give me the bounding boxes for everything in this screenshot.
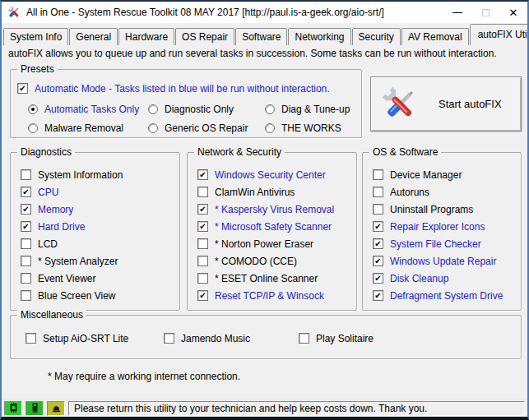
- radio-item-diag-tune-up[interactable]: Diag & Tune-up: [265, 100, 350, 118]
- checkbox[interactable]: ✔: [17, 83, 28, 94]
- checkbox-item-jamendo-music[interactable]: Jamendo Music: [164, 330, 299, 347]
- checkbox[interactable]: [21, 238, 31, 249]
- checkbox[interactable]: [21, 273, 31, 284]
- checkbox-label: Reset TCP/IP & Winsock: [215, 290, 324, 302]
- checkbox[interactable]: [21, 169, 31, 180]
- checkbox-item-system-analyzer[interactable]: * System Analyzer: [21, 252, 176, 270]
- checkbox-item-windows-update-repair[interactable]: ✔Windows Update Repair: [373, 252, 517, 270]
- checkbox-item-norton-power-eraser[interactable]: * Norton Power Eraser: [197, 235, 353, 252]
- checkbox[interactable]: ✔: [21, 221, 31, 232]
- checkbox-item-windows-security-center[interactable]: ✔Windows Security Center: [197, 166, 353, 183]
- checkbox-label: System Information: [38, 169, 123, 181]
- automatic-mode-checkbox-item[interactable]: ✔ Automatic Mode - Tasks listed in blue …: [17, 80, 330, 97]
- radio-item-diagnostic-only[interactable]: Diagnostic Only: [148, 100, 265, 118]
- checkbox[interactable]: [373, 187, 383, 197]
- checkbox[interactable]: [373, 204, 383, 215]
- checkbox[interactable]: ✔: [197, 221, 208, 232]
- radio-button[interactable]: [265, 104, 275, 114]
- checkbox[interactable]: [164, 333, 174, 344]
- radio-button[interactable]: [28, 123, 38, 133]
- radio-item-generic-os-repair[interactable]: Generic OS Repair: [148, 119, 265, 136]
- checkbox-label: Windows Security Center: [215, 169, 326, 181]
- start-autofix-button[interactable]: Start autoFIX: [370, 76, 522, 132]
- radio-item-the-works[interactable]: THE WORKS: [265, 119, 350, 136]
- checkbox[interactable]: [197, 238, 208, 249]
- checkbox[interactable]: ✔: [373, 238, 383, 249]
- miscellaneous-groupbox: Miscellaneous Setup AiO-SRT LiteJamendo …: [10, 315, 522, 359]
- checkbox[interactable]: [197, 187, 208, 197]
- radio-item-malware-removal[interactable]: Malware Removal: [28, 119, 148, 136]
- checkbox-item-defragment-system-drive[interactable]: ✔Defragment System Drive: [373, 287, 517, 304]
- tab-security[interactable]: Security: [352, 28, 401, 45]
- checkbox-item-device-manager[interactable]: Device Manager: [373, 166, 517, 183]
- checkbox-label: * COMODO (CCE): [215, 256, 297, 267]
- checkbox-item-kaspersky-virus-removal[interactable]: ✔* Kaspersky Virus Removal: [197, 201, 353, 218]
- checkbox-item-cpu[interactable]: ✔CPU: [21, 183, 176, 201]
- checkbox[interactable]: [26, 333, 36, 344]
- checkbox-label: Jamendo Music: [181, 333, 250, 344]
- checkbox[interactable]: ✔: [373, 290, 383, 301]
- os-software-legend: OS & Software: [369, 146, 441, 158]
- checkbox[interactable]: ✔: [373, 221, 383, 232]
- tab-os-repair[interactable]: OS Repair: [175, 28, 234, 45]
- app-window: All in One - System Rescue Toolkit 08 MA…: [0, 0, 529, 420]
- checkbox[interactable]: ✔: [373, 273, 383, 284]
- checkbox[interactable]: ✔: [197, 169, 208, 180]
- tab-software[interactable]: Software: [235, 28, 287, 45]
- tab-hardware[interactable]: Hardware: [118, 28, 174, 45]
- checkbox-item-disk-cleanup[interactable]: ✔Disk Cleanup: [373, 270, 517, 287]
- miscellaneous-items: Setup AiO-SRT LiteJamendo MusicPlay Soli…: [26, 330, 374, 347]
- checkbox-item-play-solitaire[interactable]: Play Solitaire: [299, 330, 374, 347]
- radio-button[interactable]: [148, 123, 158, 133]
- checkbox-item-comodo-cce[interactable]: * COMODO (CCE): [197, 252, 353, 270]
- checkbox-item-uninstall-programs[interactable]: Uninstall Programs: [373, 201, 517, 218]
- checkbox[interactable]: ✔: [21, 204, 31, 215]
- tab-networking[interactable]: Networking: [288, 28, 350, 45]
- checkbox[interactable]: [373, 169, 383, 180]
- checkbox[interactable]: ✔: [197, 290, 208, 301]
- checkbox-item-microsoft-safety-scanner[interactable]: ✔* Microsoft Safety Scanner: [197, 218, 353, 235]
- checkbox-item-memory[interactable]: ✔Memory: [21, 201, 176, 218]
- tab-autofix-utility[interactable]: autoFIX Utility: [470, 24, 529, 45]
- checkbox-item-blue-screen-view[interactable]: Blue Screen View: [21, 287, 176, 304]
- checkmark-icon: ✔: [199, 205, 206, 214]
- checkmark-icon: ✔: [374, 256, 381, 265]
- checkbox-item-event-viewer[interactable]: Event Viewer: [21, 270, 176, 287]
- checkbox-label: Blue Screen View: [38, 290, 116, 302]
- cpu-icon: [4, 401, 22, 416]
- checkbox[interactable]: [21, 256, 31, 266]
- start-autofix-label: Start autoFIX: [439, 98, 502, 110]
- checkbox-label: System File Checker: [390, 238, 481, 250]
- app-icon: [7, 6, 21, 19]
- tab-system-info[interactable]: System Info: [3, 28, 68, 45]
- checkbox-item-eset-online-scanner[interactable]: * ESET Online Scanner: [197, 270, 353, 287]
- radio-button[interactable]: [265, 123, 275, 133]
- checkbox-item-system-file-checker[interactable]: ✔System File Checker: [373, 235, 517, 252]
- checkmark-icon: ✔: [22, 222, 29, 231]
- checkbox-item-system-information[interactable]: System Information: [21, 166, 176, 183]
- close-button[interactable]: ✕: [499, 2, 527, 23]
- checkbox[interactable]: [197, 256, 208, 266]
- radio-button[interactable]: [148, 104, 158, 114]
- checkmark-icon: ✔: [199, 291, 206, 300]
- checkbox-item-repair-explorer-icons[interactable]: ✔Repair Explorer Icons: [373, 218, 517, 235]
- radio-button[interactable]: [28, 104, 38, 114]
- tab-av-removal[interactable]: AV Removal: [401, 28, 469, 45]
- minimize-button[interactable]: —: [443, 2, 471, 23]
- checkbox[interactable]: [21, 290, 31, 301]
- checkbox[interactable]: ✔: [21, 187, 31, 197]
- checkbox-item-autoruns[interactable]: Autoruns: [373, 183, 517, 201]
- checkbox[interactable]: ✔: [373, 256, 383, 266]
- checkbox-item-setup-aio-srt-lite[interactable]: Setup AiO-SRT Lite: [26, 330, 164, 347]
- checkbox[interactable]: [197, 273, 208, 284]
- diagnostics-legend: Diagnostics: [17, 146, 75, 158]
- checkbox-item-hard-drive[interactable]: ✔Hard Drive: [21, 218, 176, 235]
- checkbox[interactable]: ✔: [197, 204, 208, 215]
- tab-general[interactable]: General: [69, 28, 118, 45]
- checkbox-item-clamwin-antivirus[interactable]: ClamWin Antivirus: [197, 183, 353, 201]
- checkbox-item-lcd[interactable]: LCD: [21, 235, 176, 252]
- radio-item-automatic-tasks-only[interactable]: Automatic Tasks Only: [28, 100, 148, 118]
- radio-label: Malware Removal: [44, 122, 123, 134]
- checkbox[interactable]: [299, 333, 309, 344]
- checkbox-item-reset-tcp-ip-winsock[interactable]: ✔Reset TCP/IP & Winsock: [197, 287, 353, 304]
